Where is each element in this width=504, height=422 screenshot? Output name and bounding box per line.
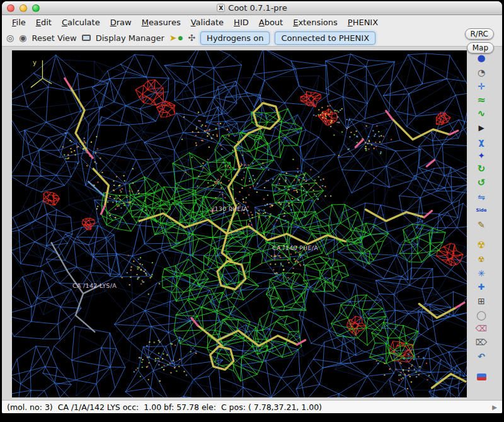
edit-backbone-icon-glyph: ↺ xyxy=(478,178,486,188)
regularize-zone-icon-glyph: ∿ xyxy=(478,109,486,118)
delete-item-icon-glyph: ⌦ xyxy=(476,338,487,346)
residue-label-phe-140: CA /140 PHE/A xyxy=(272,244,318,251)
minimize-button[interactable] xyxy=(20,4,27,12)
simple-mutate-icon-glyph: ☢ xyxy=(478,256,485,263)
rrc-button[interactable]: R/RC xyxy=(465,28,495,40)
rigid-body-fit-icon[interactable]: ▶ xyxy=(473,121,490,134)
main-area: y /130 PHE/A CA /140 PHE/A CA /142 LYS/A… xyxy=(2,47,502,400)
menu-edit[interactable]: Edit xyxy=(31,16,57,28)
menu-bar: FileEditCalculateDrawMeasuresValidateHID… xyxy=(2,15,502,30)
toolbar-spacer xyxy=(469,363,493,370)
close-button[interactable] xyxy=(7,4,14,12)
clock-icon-glyph: ◔ xyxy=(478,68,485,77)
status-text: (mol. no: 3) CA /1/A/142 LYS occ: 1.00 b… xyxy=(7,402,322,412)
add-water-icon[interactable]: ◯ xyxy=(473,308,490,321)
display-manager-button[interactable]: Display Manager xyxy=(96,33,164,43)
menu-draw[interactable]: Draw xyxy=(105,16,137,28)
sphere-icon[interactable]: ● xyxy=(473,52,490,65)
zoom-button[interactable] xyxy=(32,4,40,12)
rotamers-icon[interactable]: ↻ xyxy=(473,163,490,176)
add-terminal-residue-icon-glyph: ✳ xyxy=(478,269,485,278)
recenter-icon[interactable]: ◉ xyxy=(19,33,26,42)
right-toolbar: ●◔✛≈∿▶χ✦↻↺⇋Side✎☢☢✳✚⊞◯⌫⌦↶ xyxy=(467,50,502,397)
menu-about[interactable]: About xyxy=(254,16,288,28)
title-bar[interactable]: X Coot 0.7.1-pre xyxy=(2,1,502,15)
statusbar-expander-icon[interactable]: ▶ xyxy=(492,404,497,411)
clock-icon[interactable]: ◔ xyxy=(473,66,490,79)
side-chain-180-icon[interactable]: Side xyxy=(473,204,490,217)
regularize-zone-icon[interactable]: ∿ xyxy=(473,107,490,120)
toolbar-spacer xyxy=(469,232,493,238)
auto-fit-rotamer-icon-glyph: ✦ xyxy=(478,151,485,160)
add-terminal-residue-icon[interactable]: ✳ xyxy=(473,266,490,280)
auto-fit-rotamer-icon[interactable]: ✦ xyxy=(473,149,490,162)
mutate-icon[interactable]: ✎ xyxy=(473,218,490,231)
add-alt-conf-icon[interactable]: ✚ xyxy=(473,280,490,294)
go-to-atom-dot-icon: ● xyxy=(178,35,183,41)
undo-icon[interactable]: ↶ xyxy=(473,350,490,363)
side-chain-180-icon-glyph: Side xyxy=(476,208,486,213)
simple-mutate-icon[interactable]: ☢ xyxy=(473,253,490,266)
clear-atom-icon-glyph: ⌫ xyxy=(476,324,487,333)
menu-extensions[interactable]: Extensions xyxy=(288,16,343,28)
menu-measures[interactable]: Measures xyxy=(137,16,186,28)
window-title-text: Coot 0.7.1-pre xyxy=(228,3,287,13)
density-canvas[interactable]: y /130 PHE/A CA /140 PHE/A CA /142 LYS/A xyxy=(12,50,467,397)
map-molecule-icon[interactable] xyxy=(473,370,490,384)
menu-phenix[interactable]: PHENIX xyxy=(343,16,383,28)
menu-calculate[interactable]: Calculate xyxy=(57,16,105,28)
real-space-refine-icon[interactable]: ≈ xyxy=(473,93,490,106)
window-title: X Coot 0.7.1-pre xyxy=(217,3,287,13)
move-zone-icon-glyph: ✛ xyxy=(478,82,485,91)
display-manager-icon[interactable] xyxy=(82,35,91,41)
mutate-icon-glyph: ✎ xyxy=(478,220,485,229)
coot-window: X Coot 0.7.1-pre FileEditCalculateDrawMe… xyxy=(2,1,502,413)
main-toolbar: ◎ ◉ Reset View Display Manager ➤ ● ✣ Hyd… xyxy=(2,30,502,47)
residue-label-lys-142: CA /142 LYS/A xyxy=(72,282,117,289)
rotamers-icon-glyph: ↻ xyxy=(478,164,486,174)
menu-validate[interactable]: Validate xyxy=(186,16,229,28)
add-atom-icon[interactable]: ⊞ xyxy=(473,294,490,307)
menu-file[interactable]: File xyxy=(7,16,31,28)
reset-view-button[interactable]: Reset View xyxy=(32,33,76,43)
status-bar: (mol. no: 3) CA /1/A/142 LYS occ: 1.00 b… xyxy=(2,400,502,413)
add-water-icon-glyph: ◯ xyxy=(476,311,486,319)
phenix-connection-button[interactable]: Connected to PHENIX xyxy=(275,31,375,45)
delete-item-icon[interactable]: ⌦ xyxy=(473,336,490,349)
reset-view-icon[interactable]: ◎ xyxy=(6,33,14,42)
undo-icon-glyph: ↶ xyxy=(478,352,485,361)
x11-app-icon: X xyxy=(217,4,225,12)
mutate-autofit-icon[interactable]: ☢ xyxy=(473,239,490,252)
edit-backbone-icon[interactable]: ↺ xyxy=(473,176,490,190)
go-to-atom-icon[interactable]: ➤ xyxy=(169,33,177,42)
map-molecule-icon-glyph xyxy=(477,374,486,380)
axis-y-label: y xyxy=(33,59,37,66)
sequence-view-icon[interactable]: ✣ xyxy=(188,33,195,42)
flip-peptide-icon-glyph: ⇋ xyxy=(478,193,485,202)
real-space-refine-icon-glyph: ≈ xyxy=(477,95,485,105)
clear-atom-icon[interactable]: ⌫ xyxy=(473,322,490,335)
edit-chi-angles-icon-glyph: χ xyxy=(478,137,484,146)
window-controls xyxy=(7,4,40,12)
map-button[interactable]: Map xyxy=(467,42,494,54)
edit-chi-angles-icon[interactable]: χ xyxy=(473,135,490,148)
residue-label-phe-130: /130 PHE/A xyxy=(212,205,248,212)
density-mesh-scene xyxy=(12,50,467,397)
menu-hid[interactable]: HID xyxy=(229,16,254,28)
mutate-autofit-icon-glyph: ☢ xyxy=(477,241,485,250)
rigid-body-fit-icon-glyph: ▶ xyxy=(478,124,484,132)
sphere-icon-glyph: ● xyxy=(477,54,485,63)
move-zone-icon[interactable]: ✛ xyxy=(473,79,490,93)
add-atom-icon-glyph: ⊞ xyxy=(478,297,485,305)
flip-peptide-icon[interactable]: ⇋ xyxy=(473,190,490,203)
hydrogens-toggle-button[interactable]: Hydrogens on xyxy=(200,31,270,45)
add-alt-conf-icon-glyph: ✚ xyxy=(478,283,485,291)
